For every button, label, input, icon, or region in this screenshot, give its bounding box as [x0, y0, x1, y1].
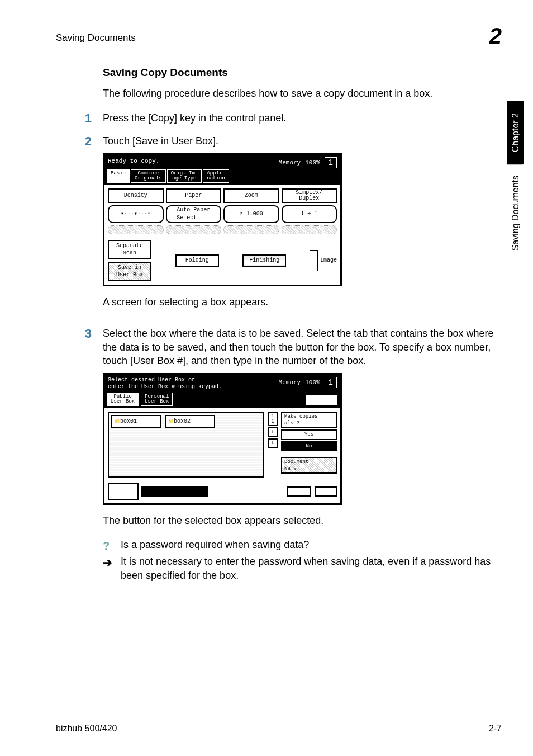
lcd2-page-down-button[interactable]: ⬇ — [268, 438, 278, 448]
page-footer: bizhub 500/420 2-7 — [56, 720, 502, 734]
bracket-icon — [310, 250, 318, 271]
lcd1-finishing-button[interactable]: Finishing — [242, 254, 286, 267]
header-title: Saving Documents — [56, 32, 136, 44]
side-section: Saving Documents — [511, 176, 521, 251]
lcd1-tab-combine[interactable]: Combine Originals — [131, 169, 166, 183]
lcd1-status: Ready to copy. — [108, 157, 159, 166]
lcd1-separate-scan-button[interactable]: Separate Scan — [108, 240, 151, 259]
lcd1-save-userbox-button[interactable]: Save in User Box — [108, 262, 151, 281]
lcd1-tab-appli[interactable]: Appli- cation — [203, 169, 229, 183]
step-1-text: Press the [Copy] key in the control pane… — [103, 111, 496, 126]
lcd2-memory-value: 100% — [305, 379, 320, 387]
intro-paragraph: The following procedure describes how to… — [103, 87, 496, 100]
step-3-text: Select the box where the data is to be s… — [103, 327, 496, 367]
step-1-number: 1 — [74, 111, 103, 126]
lcd1-hdr-density: Density — [108, 188, 164, 203]
lcd2-copy-count: 1 — [325, 377, 337, 388]
lcd2-page-total: 1 — [271, 419, 274, 424]
lcd2-tab-public[interactable]: Public User Box — [107, 393, 139, 406]
section-heading: Saving Copy Documents — [103, 67, 496, 79]
lcd1-hdr-duplex: Simplex/ Duplex — [282, 188, 337, 203]
lcd1-slot-3 — [223, 225, 279, 234]
lcd1-zoom-value[interactable]: × 1.000 — [223, 205, 279, 223]
qa-question: Is a password required when saving data? — [121, 538, 309, 554]
step-3-number: 3 — [74, 327, 103, 584]
header-chapter-number: 2 — [489, 25, 502, 47]
lcd1-duplex-value[interactable]: 1 ➔ 1 — [282, 205, 337, 223]
lcd2-tab-personal[interactable]: Personal User Box — [141, 393, 173, 406]
side-tab: Chapter 2 Saving Documents — [506, 101, 525, 414]
lcd2-userbox-number-field[interactable] — [141, 486, 208, 497]
step-2-text: Touch [Save in User Box]. — [103, 134, 496, 148]
lcd1-paper-value[interactable]: Auto Paper Select — [166, 205, 222, 223]
footer-left: bizhub 500/420 — [56, 724, 117, 734]
arrow-icon: ➔ — [103, 555, 115, 583]
lcd1-tab-orig[interactable]: Orig. Im- age Type — [167, 169, 202, 183]
page-header: Saving Documents 2 — [56, 21, 502, 46]
step-3-after: The button for the selected box appears … — [103, 514, 496, 527]
lcd2-no-button[interactable]: No — [281, 441, 337, 451]
lcd1-folding-button[interactable]: Folding — [175, 254, 219, 267]
footer-right: 2-7 — [489, 724, 502, 734]
step-2-after: A screen for selecting a box appears. — [103, 295, 496, 309]
step-1: 1 Press the [Copy] key in the control pa… — [103, 111, 496, 126]
lcd2-box02-button[interactable]: 📁box02 — [165, 415, 215, 428]
qa-block: ? Is a password required when saving dat… — [103, 538, 496, 583]
lcd2-userbox-number-button[interactable]: User Box Number — [108, 483, 139, 500]
lcd2-cancel-button[interactable]: Cancel — [287, 486, 311, 497]
step-2: 2 Touch [Save in User Box]. Ready to cop… — [103, 134, 496, 319]
lcd2-box01-label: box01 — [120, 418, 137, 426]
lcd2-page-up-button[interactable]: ⬆ — [268, 427, 278, 437]
lcd1-slot-4 — [282, 225, 337, 234]
lcd-screenshot-2: Select desired User Box or enter the Use… — [103, 373, 496, 505]
lcd1-memory-value: 100% — [305, 159, 320, 167]
lcd2-memory-label: Memory — [279, 379, 301, 387]
lcd1-slot-1 — [108, 225, 164, 234]
lcd2-status: Select desired User Box or enter the Use… — [108, 377, 222, 390]
step-3: 3 Select the box where the data is to be… — [103, 327, 496, 584]
lcd1-copy-count: 1 — [325, 157, 337, 168]
step-2-number: 2 — [74, 134, 103, 319]
question-icon: ? — [103, 538, 115, 554]
lcd2-box02-label: box02 — [174, 418, 191, 426]
lcd2-ok-button[interactable]: OK — [315, 486, 337, 497]
lcd1-hdr-zoom: Zoom — [223, 188, 279, 203]
lcd2-box-list: 📁box01 📁box02 — [108, 412, 264, 478]
lcd2-yes-button[interactable]: Yes — [281, 429, 337, 440]
lcd2-make-copies-label: Make copies also? — [281, 412, 337, 428]
lcd1-memory-label: Memory — [279, 159, 301, 167]
lcd1-density-value[interactable]: ▪···▾···▫ — [108, 205, 164, 223]
lcd1-tab-basic[interactable]: Basic — [107, 169, 130, 183]
lcd2-document-name-button[interactable]: Document Name — [281, 457, 337, 474]
lcd-screenshot-1: Ready to copy. Memory 100% 1 Basic Combi… — [103, 153, 496, 286]
qa-answer: It is not necessary to enter the passwor… — [121, 555, 496, 583]
lcd1-slot-2 — [166, 225, 222, 234]
lcd2-page-indicator: 1 1 — [268, 412, 278, 426]
density-slider-icon: ▪···▾···▫ — [121, 210, 151, 218]
lcd2-off-button[interactable]: OFF — [304, 394, 338, 407]
lcd2-page-current: 1 — [271, 414, 274, 419]
lcd2-box01-button[interactable]: 📁box01 — [111, 415, 161, 428]
lcd1-hdr-paper: Paper — [166, 188, 222, 203]
lcd1-image-label: Image — [320, 257, 337, 264]
side-chapter: Chapter 2 — [507, 101, 524, 164]
